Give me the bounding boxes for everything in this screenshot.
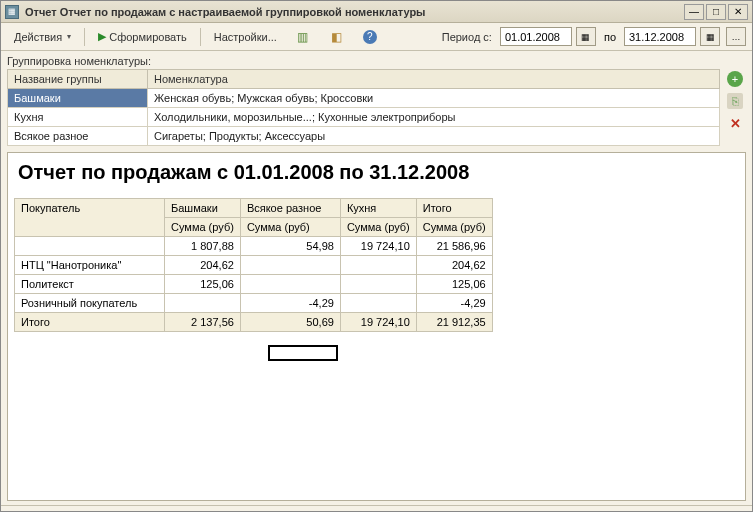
cell-value — [340, 275, 416, 294]
cell-value: 204,62 — [416, 256, 492, 275]
period-label: Период с: — [442, 31, 492, 43]
grouping-cell-group[interactable]: Всякое разное — [8, 127, 148, 146]
layout-button[interactable]: ▥ — [288, 25, 318, 49]
grouping-row[interactable]: Кухня Холодильники, морозильные...; Кухо… — [8, 108, 720, 127]
date-from-input[interactable] — [500, 27, 572, 46]
copy-icon: ⎘ — [732, 95, 739, 107]
settings-button[interactable]: Настройки... — [207, 27, 284, 47]
col-group: Башмаки — [165, 199, 241, 218]
period-sep: по — [604, 31, 616, 43]
cell-customer: Розничный покупатель — [15, 294, 165, 313]
settings-label: Настройки... — [214, 31, 277, 43]
generate-button[interactable]: ▶ Сформировать — [91, 26, 194, 47]
help-button[interactable]: ? — [356, 26, 384, 48]
cell-customer: НТЦ "Нанотроника" — [15, 256, 165, 275]
grouping-cell-group[interactable]: Кухня — [8, 108, 148, 127]
period-select-button[interactable]: … — [726, 27, 746, 46]
cell-value: 1 807,88 — [165, 237, 241, 256]
grouping-row[interactable]: Всякое разное Сигареты; Продукты; Аксесс… — [8, 127, 720, 146]
actions-menu[interactable]: Действия — [7, 27, 78, 47]
layout-icon: ▥ — [295, 29, 311, 45]
cell-value: 54,98 — [240, 237, 340, 256]
titlebar: ▦ Отчет Отчет по продажам с настраиваемо… — [1, 1, 752, 23]
plus-icon: + — [732, 73, 738, 85]
play-icon: ▶ — [98, 30, 106, 43]
actions-label: Действия — [14, 31, 62, 43]
col-sub: Сумма (руб) — [240, 218, 340, 237]
maximize-button[interactable]: □ — [706, 4, 726, 20]
cell-total-label: Итого — [15, 313, 165, 332]
x-icon: ✕ — [730, 116, 741, 131]
col-customer: Покупатель — [15, 199, 165, 237]
generate-label: Сформировать — [109, 31, 187, 43]
copy-group-button[interactable]: ⎘ — [727, 93, 743, 109]
cell-value: -4,29 — [240, 294, 340, 313]
minimize-button[interactable]: — — [684, 4, 704, 20]
toolbar: Действия ▶ Сформировать Настройки... ▥ ◧… — [1, 23, 752, 51]
cell-customer: Политекст — [15, 275, 165, 294]
cell-total: 2 137,56 — [165, 313, 241, 332]
grouping-cell-nom[interactable]: Холодильники, морозильные...; Кухонные э… — [148, 108, 720, 127]
col-group: Итого — [416, 199, 492, 218]
separator — [84, 28, 85, 46]
filter-icon: ◧ — [329, 29, 345, 45]
report-window: ▦ Отчет Отчет по продажам с настраиваемо… — [0, 0, 753, 512]
cell-value — [240, 275, 340, 294]
report-title: Отчет по продажам с 01.01.2008 по 31.12.… — [18, 161, 739, 184]
table-total-row[interactable]: Итого 2 137,56 50,69 19 724,10 21 912,35 — [15, 313, 493, 332]
col-sub: Сумма (руб) — [165, 218, 241, 237]
cell-value — [340, 256, 416, 275]
calendar-icon: ▦ — [581, 32, 590, 42]
date-to-picker[interactable]: ▦ — [700, 27, 720, 46]
col-group: Кухня — [340, 199, 416, 218]
grouping-label: Группировка номенклатуры: — [7, 55, 746, 67]
cell-value: 125,06 — [165, 275, 241, 294]
grouping-col-group[interactable]: Название группы — [8, 70, 148, 89]
cell-value: 204,62 — [165, 256, 241, 275]
calendar-icon: ▦ — [706, 32, 715, 42]
cell-value — [240, 256, 340, 275]
cell-value — [165, 294, 241, 313]
cell-total: 19 724,10 — [340, 313, 416, 332]
cell-value: -4,29 — [416, 294, 492, 313]
cell-value — [340, 294, 416, 313]
add-group-button[interactable]: + — [727, 71, 743, 87]
cell-customer — [15, 237, 165, 256]
app-icon: ▦ — [5, 5, 19, 19]
help-icon: ? — [363, 30, 377, 44]
cell-value: 19 724,10 — [340, 237, 416, 256]
grouping-col-nom[interactable]: Номенклатура — [148, 70, 720, 89]
col-sub: Сумма (руб) — [340, 218, 416, 237]
cell-total: 21 912,35 — [416, 313, 492, 332]
separator — [200, 28, 201, 46]
grouping-cell-nom[interactable]: Женская обувь; Мужская обувь; Кроссовки — [148, 89, 720, 108]
active-cell-cursor[interactable] — [268, 345, 338, 361]
col-sub: Сумма (руб) — [416, 218, 492, 237]
table-row[interactable]: НТЦ "Нанотроника" 204,62 204,62 — [15, 256, 493, 275]
grouping-cell-nom[interactable]: Сигареты; Продукты; Аксессуары — [148, 127, 720, 146]
statusbar — [1, 505, 752, 511]
report-area[interactable]: Отчет по продажам с 01.01.2008 по 31.12.… — [7, 152, 746, 501]
grouping-row[interactable]: Башмаки Женская обувь; Мужская обувь; Кр… — [8, 89, 720, 108]
grouping-cell-group[interactable]: Башмаки — [8, 89, 148, 108]
table-row[interactable]: 1 807,88 54,98 19 724,10 21 586,96 — [15, 237, 493, 256]
cell-total: 50,69 — [240, 313, 340, 332]
close-button[interactable]: ✕ — [728, 4, 748, 20]
ellipsis-icon: … — [732, 32, 741, 42]
window-title: Отчет Отчет по продажам с настраиваемой … — [25, 6, 684, 18]
delete-group-button[interactable]: ✕ — [727, 115, 743, 131]
table-row[interactable]: Розничный покупатель -4,29 -4,29 — [15, 294, 493, 313]
filter-button[interactable]: ◧ — [322, 25, 352, 49]
date-to-input[interactable] — [624, 27, 696, 46]
grouping-table[interactable]: Название группы Номенклатура Башмаки Жен… — [7, 69, 720, 146]
cell-value: 21 586,96 — [416, 237, 492, 256]
report-table[interactable]: Покупатель Башмаки Всякое разное Кухня И… — [14, 198, 493, 332]
col-group: Всякое разное — [240, 199, 340, 218]
cell-value: 125,06 — [416, 275, 492, 294]
table-row[interactable]: Политекст 125,06 125,06 — [15, 275, 493, 294]
date-from-picker[interactable]: ▦ — [576, 27, 596, 46]
